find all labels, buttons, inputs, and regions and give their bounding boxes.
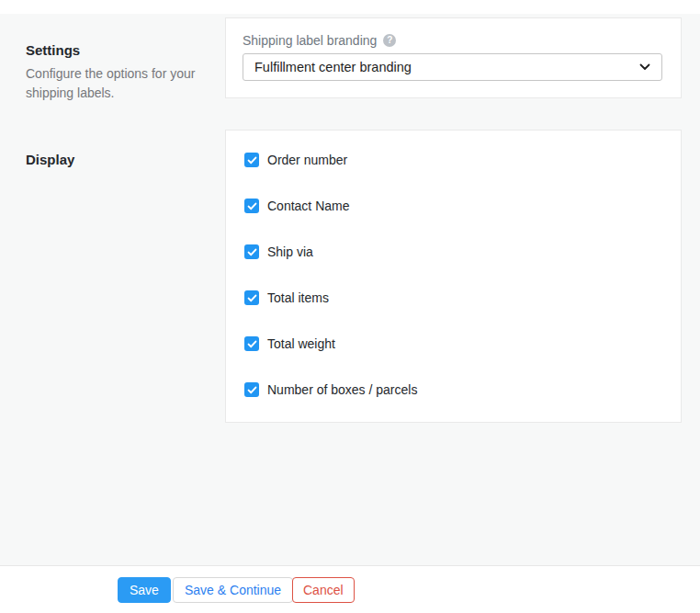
shipping-label-branding-label: Shipping label branding: [243, 33, 377, 48]
settings-section-description: Configure the options for your shipping …: [26, 64, 205, 103]
display-option-row[interactable]: Number of boxes / parcels: [244, 382, 417, 397]
shipping-label-branding-card: Shipping label branding ? Fulfillment ce…: [225, 17, 682, 98]
chevron-down-icon: [639, 63, 650, 71]
display-option-label: Ship via: [267, 244, 313, 259]
display-checkbox-list: Order number Contact Name Ship via Total…: [244, 153, 417, 428]
shipping-label-branding-select[interactable]: Fulfillment center branding: [243, 53, 662, 81]
display-option-row[interactable]: Ship via: [244, 244, 417, 259]
display-option-row[interactable]: Total weight: [244, 336, 417, 351]
footer-action-bar: Save Save & Continue Cancel: [0, 565, 700, 613]
checkbox-checked-icon[interactable]: [244, 290, 259, 305]
checkbox-checked-icon[interactable]: [244, 382, 259, 397]
settings-section-heading: Settings: [26, 42, 80, 58]
shipping-label-branding-label-row: Shipping label branding ?: [243, 33, 396, 48]
display-option-label: Contact Name: [267, 199, 349, 213]
checkbox-checked-icon[interactable]: [244, 153, 259, 167]
display-option-label: Order number: [267, 153, 347, 167]
display-section-heading: Display: [26, 152, 74, 167]
checkbox-checked-icon[interactable]: [244, 199, 259, 213]
select-selected-value: Fulfillment center branding: [254, 60, 412, 74]
page-header-strip: [0, 0, 700, 14]
display-option-label: Total items: [267, 290, 329, 305]
checkbox-checked-icon[interactable]: [244, 336, 259, 351]
save-and-continue-button[interactable]: Save & Continue: [173, 577, 293, 603]
display-option-row[interactable]: Total items: [244, 290, 417, 305]
question-mark-circle-icon[interactable]: ?: [383, 34, 396, 47]
save-button[interactable]: Save: [118, 577, 171, 603]
cancel-button[interactable]: Cancel: [292, 577, 355, 603]
checkbox-checked-icon[interactable]: [244, 244, 259, 259]
display-option-row[interactable]: Order number: [244, 153, 417, 167]
display-option-label: Total weight: [267, 336, 335, 351]
display-options-card: Order number Contact Name Ship via Total…: [225, 130, 682, 423]
display-option-row[interactable]: Contact Name: [244, 199, 417, 213]
display-option-label: Number of boxes / parcels: [267, 382, 417, 397]
